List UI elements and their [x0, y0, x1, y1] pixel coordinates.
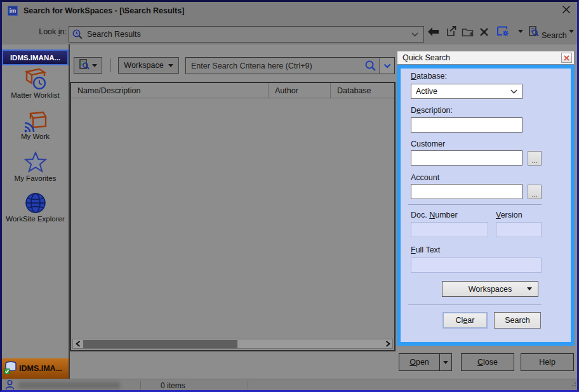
sidebar-item-worksite-explorer[interactable]: [2, 192, 69, 216]
search-options-dropdown[interactable]: [379, 58, 394, 74]
close-icon: [562, 5, 571, 16]
quick-search-title: Quick Search: [403, 53, 561, 62]
items-count: 0 items: [161, 381, 185, 390]
column-header-database[interactable]: Database: [331, 83, 394, 98]
scrollbar-thumb[interactable]: [83, 340, 237, 348]
open-button-group: Open: [399, 353, 452, 371]
database-select-value: Active: [416, 87, 510, 96]
search-results-icon: [72, 29, 83, 40]
account-label: Account: [411, 173, 439, 182]
sidebar-item-my-favorites[interactable]: [2, 152, 69, 176]
window-close-button[interactable]: [561, 6, 571, 16]
column-header-author[interactable]: Author: [269, 83, 331, 98]
description-label: Description:: [411, 106, 453, 115]
status-bar: 0 items: [2, 379, 577, 390]
results-list: Name/Description Author Database: [70, 82, 396, 351]
look-in-label: Look in:: [34, 27, 67, 36]
quick-search-close-button[interactable]: [561, 53, 572, 63]
result-view-button[interactable]: [74, 57, 102, 74]
open-dropdown-button[interactable]: [440, 354, 451, 370]
look-in-value: Search Results: [87, 30, 411, 39]
search-criteria-input[interactable]: [186, 62, 363, 70]
horizontal-scrollbar[interactable]: [72, 339, 393, 349]
view-options-dropdown[interactable]: [518, 30, 523, 33]
sidebar-label-my-work[interactable]: My Work: [2, 133, 69, 141]
window-title: Search for WorkSpaces - [\Search Results…: [23, 6, 184, 15]
search-menu-button[interactable]: [528, 25, 539, 39]
magnifier-icon[interactable]: [364, 60, 376, 72]
look-in-combobox[interactable]: Search Results: [69, 26, 424, 42]
customer-browse-button[interactable]: ...: [528, 151, 542, 166]
toolbar-separator: [110, 58, 111, 72]
sidebar-header-database[interactable]: IDMS.IMANA...: [2, 49, 69, 65]
back-arrow-icon: [427, 27, 439, 39]
chevron-down-icon: [168, 64, 173, 67]
window-gear-icon: [496, 25, 510, 39]
search-criteria-box: [185, 57, 395, 74]
search-button[interactable]: Search: [494, 312, 541, 329]
account-input[interactable]: [411, 184, 522, 199]
doc-number-label: Doc. Number: [411, 211, 458, 219]
sidebar-label-my-favorites[interactable]: My Favorites: [2, 174, 69, 183]
workspaces-button-label: Workspaces: [469, 285, 512, 294]
description-input[interactable]: [411, 117, 522, 133]
full-text-input[interactable]: [411, 258, 542, 273]
workspaces-dropdown-button[interactable]: Workspaces: [442, 281, 538, 297]
quick-search-panel: Quick Search Database: Active Descriptio…: [397, 51, 575, 346]
main-toolbar: Look in: Search Results: [2, 19, 577, 44]
workspace-filter-button[interactable]: Workspace: [118, 57, 179, 74]
server-tab-label: IDMS.IMA...: [19, 364, 62, 373]
column-header-name[interactable]: Name/Description: [71, 83, 269, 98]
chevron-down-icon: [443, 361, 448, 364]
app-logo-icon: im: [8, 6, 18, 16]
customer-input[interactable]: [411, 150, 522, 166]
open-button[interactable]: Open: [399, 354, 440, 370]
clear-button[interactable]: Clear: [443, 312, 488, 329]
title-bar: im Search for WorkSpaces - [\Search Resu…: [2, 2, 577, 19]
back-button[interactable]: [427, 27, 439, 39]
export-button[interactable]: [446, 25, 457, 39]
doc-number-input[interactable]: [411, 222, 488, 237]
quick-search-header: Quick Search: [397, 51, 575, 65]
chevron-down-icon: [510, 89, 517, 94]
chevron-down-icon: [569, 30, 574, 33]
full-text-label: Full Text: [411, 245, 440, 254]
person-icon: [5, 380, 15, 392]
sidebar-item-my-work[interactable]: [2, 110, 69, 135]
document-magnifier-icon: [79, 58, 90, 72]
account-browse-button[interactable]: ...: [528, 185, 542, 199]
search-menu-dropdown[interactable]: [569, 30, 574, 33]
search-menu-label[interactable]: Search: [542, 31, 567, 40]
export-icon: [446, 25, 457, 39]
chevron-down-icon: [92, 64, 97, 67]
delete-button[interactable]: [479, 27, 489, 39]
chevron-down-icon[interactable]: [411, 32, 418, 37]
sidebar-label-matter-worklist[interactable]: Matter Worklist: [2, 91, 69, 100]
resize-grip-icon[interactable]: [570, 378, 576, 389]
delete-x-icon: [479, 27, 489, 39]
close-button[interactable]: Close: [461, 353, 514, 371]
sidebar-label-worksite-explorer[interactable]: WorkSite Explorer: [2, 215, 69, 223]
chevron-down-icon: [518, 30, 523, 33]
database-check-icon: [4, 361, 18, 377]
scroll-right-button[interactable]: [383, 339, 392, 348]
database-select[interactable]: Active: [411, 84, 522, 99]
server-tab-selected[interactable]: IDMS.IMA...: [2, 358, 69, 379]
sidebar-item-matter-worklist[interactable]: [2, 67, 69, 94]
redacted-username: [18, 382, 120, 389]
quick-search-form: Database: Active Description: Customer .…: [397, 65, 575, 346]
help-button[interactable]: Help: [521, 353, 574, 371]
scroll-left-button[interactable]: [73, 339, 83, 348]
new-folder-button[interactable]: [462, 27, 474, 39]
database-label: Database:: [411, 72, 447, 81]
form-separator: [408, 304, 542, 305]
status-divider: [140, 381, 141, 389]
workspace-filter-label: Workspace: [124, 61, 163, 70]
search-document-icon: [528, 25, 539, 39]
view-options-button[interactable]: [496, 25, 510, 39]
box-rss-icon: [23, 110, 48, 135]
version-input[interactable]: [496, 222, 542, 237]
customer-label: Customer: [411, 140, 445, 148]
box-clock-icon: [23, 67, 48, 94]
version-label: Version: [496, 211, 522, 219]
